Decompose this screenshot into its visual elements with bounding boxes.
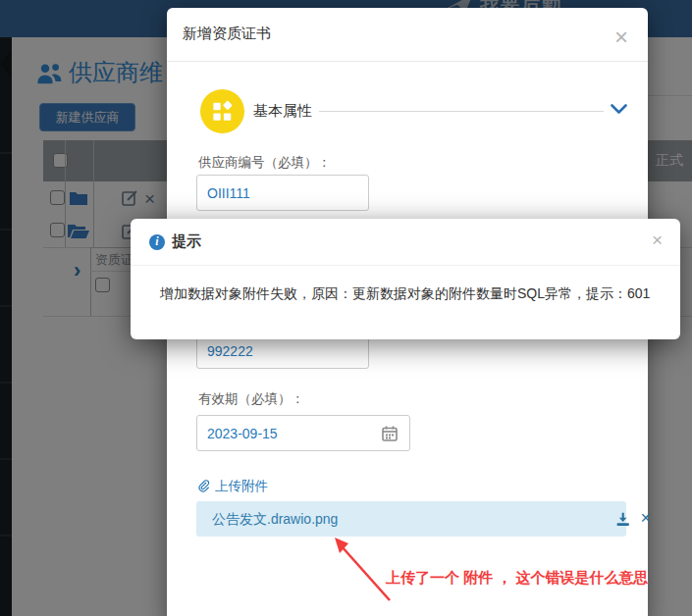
validity-date-value: 2023-09-15 [207, 426, 278, 441]
section-header: 基本属性 [253, 102, 312, 121]
alert-header: i 提示 [149, 232, 201, 251]
alert-divider [131, 265, 680, 266]
annotation-text: 上传了一个 附件 ， 这个错误是什么意思 [386, 569, 649, 588]
modal-title: 新增资质证书 [183, 25, 271, 43]
chevron-down-icon[interactable] [611, 104, 627, 115]
attachment-filename[interactable]: 公告发文.drawio.png [212, 511, 338, 529]
upload-attachment-label: 上传附件 [215, 478, 268, 495]
upload-attachment-link[interactable]: 上传附件 [198, 478, 268, 495]
close-icon[interactable]: × [614, 26, 628, 49]
alert-close-icon[interactable]: × [652, 231, 663, 249]
alert-message: 增加数据对象附件失败，原因：更新数据对象的附件数量时SQL异常，提示：601 [131, 285, 680, 303]
alert-title: 提示 [172, 232, 201, 251]
download-icon[interactable] [614, 511, 631, 528]
modal-title-divider [167, 61, 648, 62]
info-icon: i [149, 234, 165, 250]
section-divider [319, 111, 604, 112]
attachment-row: 公告发文.drawio.png ✕ [196, 501, 626, 537]
alert-popup: i 提示 × 增加数据对象附件失败，原因：更新数据对象的附件数量时SQL异常，提… [131, 219, 680, 339]
validity-label: 有效期（必填）： [198, 390, 304, 408]
attachment-delete-icon[interactable]: ✕ [640, 510, 652, 526]
paperclip-icon [198, 480, 211, 494]
widgets-icon [200, 89, 244, 133]
annotation-arrow [309, 530, 398, 608]
supplier-code-label: 供应商编号（必填）： [198, 154, 331, 172]
validity-date-input[interactable]: 2023-09-15 [196, 415, 410, 451]
supplier-code-input[interactable]: OIII111 [196, 175, 369, 211]
calendar-icon[interactable] [382, 426, 398, 441]
